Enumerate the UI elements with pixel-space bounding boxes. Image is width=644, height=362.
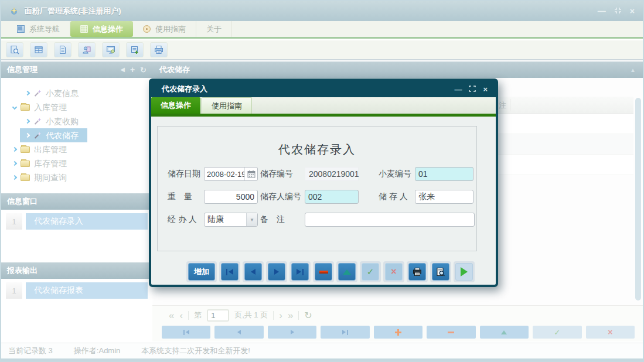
tree-item-period-query[interactable]: 期间查询 <box>1 169 152 183</box>
record-next-button[interactable] <box>268 326 316 339</box>
table-icon[interactable] <box>30 42 47 57</box>
date-input[interactable] <box>205 170 244 179</box>
chevron-right-icon <box>12 147 17 152</box>
storer-input[interactable] <box>415 190 473 204</box>
cancel-button[interactable]: × <box>385 263 403 281</box>
storer-no-input[interactable] <box>305 190 359 204</box>
add-icon[interactable]: + <box>130 66 135 74</box>
main-tab-bar: 系统导航 信息操作 使用指南 关于 <box>1 21 643 39</box>
weight-input[interactable] <box>204 190 258 204</box>
window-panel-header: 信息窗口 <box>1 193 152 210</box>
print-icon[interactable] <box>150 42 168 57</box>
tree-item-agent-storage[interactable]: 代农储存 <box>1 127 152 141</box>
chevron-down-icon <box>12 105 17 110</box>
grid-icon <box>80 25 88 33</box>
page-last-button[interactable]: » <box>288 310 293 320</box>
dialog-maximize-button[interactable] <box>469 86 476 93</box>
page-prev-button[interactable]: ‹ <box>179 310 183 320</box>
user-icon[interactable] <box>78 42 96 57</box>
prev-record-button[interactable] <box>244 263 262 281</box>
form-heading: 代农储存录入 <box>158 142 476 158</box>
record-cancel-button[interactable]: × <box>586 326 635 339</box>
window-title: 面粉厂管理系统(非注册用户) <box>25 6 121 16</box>
record-edit-button[interactable] <box>480 326 529 339</box>
record-add-button[interactable] <box>374 326 422 339</box>
tab-about[interactable]: 关于 <box>196 21 232 37</box>
record-delete-button[interactable] <box>427 326 475 339</box>
print-button[interactable] <box>408 263 426 281</box>
nav-tree: 小麦信息 入库管理 小麦收购 代农储存 <box>1 78 152 193</box>
vertical-scrollbar[interactable] <box>635 98 641 300</box>
add-button[interactable]: 增加 <box>188 263 215 281</box>
dialog-button-bar: 增加 ✓ × <box>186 261 475 282</box>
form-row-3: 经 办 人 陆康 ▼ 备 注 <box>168 213 476 227</box>
record-confirm-button[interactable]: ✓ <box>533 326 581 339</box>
chevron-down-icon[interactable]: ▼ <box>246 213 257 226</box>
report-panel-header: 报表输出 <box>1 262 152 279</box>
record-first-button[interactable] <box>162 326 210 339</box>
list-item-storage-report[interactable]: 1 代农储存报表 <box>6 282 148 299</box>
first-record-button[interactable] <box>221 263 238 281</box>
tab-user-guide[interactable]: 使用指南 <box>133 21 196 37</box>
window-icon <box>17 25 25 33</box>
storer-label: 储 存 人 <box>379 192 415 202</box>
dialog-body: 代农储存录入 储存日期 储存编号 20080219001 小麦编号 <box>151 117 496 285</box>
grid-column-remark: 注 <box>499 100 506 111</box>
record-last-button[interactable] <box>321 326 369 339</box>
page-first-button[interactable]: « <box>169 310 174 320</box>
dialog-tab-info-operate[interactable]: 信息操作 <box>151 97 200 114</box>
confirm-button[interactable]: ✓ <box>362 263 379 281</box>
collapse-up-icon[interactable]: ▲ <box>630 67 636 73</box>
window-item-list: 1 代农储存录入 <box>1 210 152 262</box>
record-prev-button[interactable] <box>214 326 263 339</box>
handler-select[interactable]: 陆康 ▼ <box>204 213 258 227</box>
export-icon[interactable] <box>126 42 144 57</box>
tab-info-operate[interactable]: 信息操作 <box>70 21 133 37</box>
wheat-no-input[interactable] <box>415 167 473 181</box>
storage-no-value: 20080219001 <box>305 167 359 181</box>
report-item-list: 1 代农储存报表 <box>1 279 152 341</box>
page-total-label: 页,共 1 页 <box>234 310 268 320</box>
tree-item-wheat-purchase[interactable]: 小麦收购 <box>1 113 152 127</box>
toolbar <box>1 40 643 60</box>
printer-icon <box>413 267 422 276</box>
collapse-left-icon[interactable]: ◀ <box>120 67 125 73</box>
document-icon[interactable] <box>54 42 71 57</box>
restore-button[interactable] <box>614 7 622 15</box>
help-icon <box>143 25 151 33</box>
tree-item-wheat-info[interactable]: 小麦信息 <box>1 85 152 99</box>
page-number-input[interactable] <box>207 309 229 322</box>
calendar-icon[interactable] <box>244 168 257 180</box>
list-item-storage-entry[interactable]: 1 代农储存录入 <box>6 213 148 230</box>
folder-icon <box>21 175 30 181</box>
tree-item-stock-mgmt[interactable]: 库存管理 <box>1 155 152 169</box>
run-button[interactable] <box>455 263 473 281</box>
delete-record-button[interactable] <box>315 263 332 281</box>
monitor-icon[interactable] <box>102 42 120 57</box>
operator-label: 操作者:Admin <box>74 346 120 356</box>
dialog-minimize-button[interactable]: — <box>454 86 462 93</box>
remark-input[interactable] <box>305 213 475 227</box>
refresh-icon[interactable]: ↻ <box>304 310 312 321</box>
sidebar: 信息管理 ◀ + ↻ 小麦信息 入库管理 <box>1 62 152 341</box>
tab-system-nav[interactable]: 系统导航 <box>7 21 70 37</box>
page-next-button[interactable]: › <box>279 310 282 320</box>
refresh-icon[interactable]: ↻ <box>140 66 146 74</box>
dialog-close-button[interactable]: × <box>483 86 488 93</box>
record-nav-bar: ✓ × <box>152 325 643 341</box>
close-button[interactable]: × <box>630 7 635 15</box>
preview-icon[interactable] <box>6 42 23 57</box>
content-panel-header: 代农储存 ▲ <box>152 62 643 78</box>
info-panel-header: 信息管理 ◀ + ↻ <box>1 62 152 78</box>
weight-label: 重 量 <box>168 192 204 202</box>
tree-item-inbound-mgmt[interactable]: 入库管理 <box>1 99 152 113</box>
print-preview-button[interactable] <box>432 263 449 281</box>
tree-item-outbound-mgmt[interactable]: 出库管理 <box>1 141 152 155</box>
app-logo-icon <box>9 6 20 16</box>
edit-record-button[interactable] <box>338 263 356 281</box>
chevron-right-icon <box>12 175 17 180</box>
minimize-button[interactable]: — <box>598 7 606 15</box>
last-record-button[interactable] <box>291 263 309 281</box>
dialog-tab-user-guide[interactable]: 使用指南 <box>202 97 252 114</box>
next-record-button[interactable] <box>268 263 285 281</box>
